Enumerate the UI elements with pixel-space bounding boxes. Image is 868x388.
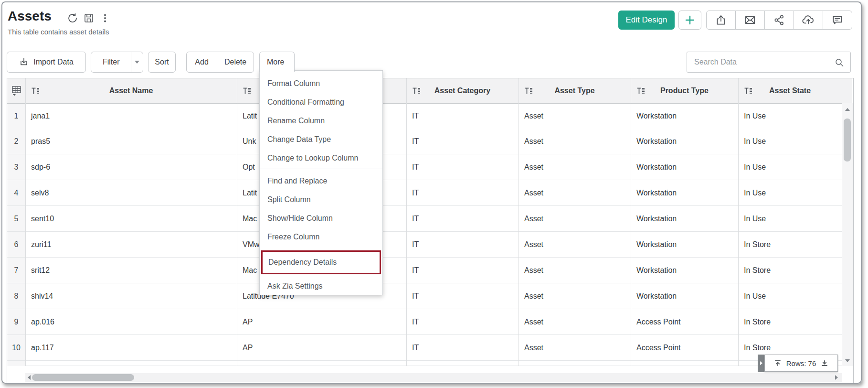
menu-item-ask-zia-settings[interactable]: Ask Zia Settings — [262, 277, 381, 295]
table-row[interactable]: 10 ap.117 AP IT Asset Access Point In St… — [7, 335, 842, 361]
column-header-asset-category[interactable]: Asset Category — [406, 78, 519, 103]
menu-item-format-column[interactable]: Format Column — [262, 74, 381, 93]
filter-dropdown-button[interactable] — [131, 52, 143, 72]
jump-to-top-icon[interactable] — [774, 359, 782, 367]
table-row[interactable]: 6 zuri11 VMw IT Asset Workstation In Sto… — [7, 232, 842, 258]
text-type-icon — [524, 87, 533, 95]
table-row[interactable]: 7 srit12 Mac IT Asset Workstation In Sto… — [7, 258, 842, 283]
table-row[interactable]: 5 sent10 Mac IT Asset Workstation In Use — [7, 206, 842, 232]
add-record-button[interactable] — [678, 11, 701, 30]
cell-asset-name: srit12 — [25, 258, 237, 283]
search-icon[interactable] — [834, 57, 845, 68]
menu-item-change-to-lookup-column[interactable]: Change to Lookup Column — [262, 149, 381, 167]
column-header-asset-state[interactable]: Asset State — [738, 78, 842, 103]
menu-item-split-column[interactable]: Split Column — [262, 190, 381, 209]
table-row[interactable]: 1 jana1 Latit IT Asset Workstation In Us… — [7, 103, 842, 129]
sort-button[interactable]: Sort — [148, 52, 176, 73]
comment-button[interactable] — [823, 11, 852, 29]
column-divider — [237, 78, 237, 366]
mail-button[interactable] — [736, 11, 765, 29]
scroll-down-icon[interactable] — [845, 359, 850, 362]
menu-item-find-and-replace[interactable]: Find and Replace — [262, 172, 381, 190]
row-number — [7, 361, 25, 366]
menu-item-freeze-column[interactable]: Freeze Column — [262, 227, 381, 246]
row-number[interactable]: 6 — [7, 232, 25, 257]
cell-asset-name: selv8 — [25, 180, 237, 205]
table-row[interactable]: 9 ap.016 AP IT Asset Access Point In Sto… — [7, 309, 842, 335]
text-type-icon — [412, 87, 421, 95]
column-header-label: Asset State — [769, 86, 811, 95]
text-type-icon — [636, 87, 645, 95]
vertical-scrollbar[interactable] — [842, 103, 853, 366]
column-header-asset-type[interactable]: Asset Type — [519, 78, 631, 103]
menu-item-change-data-type[interactable]: Change Data Type — [262, 130, 381, 149]
comment-icon — [831, 14, 844, 26]
cloud-upload-icon — [802, 13, 815, 27]
row-number[interactable]: 2 — [7, 129, 25, 154]
horizontal-scrollbar-thumb[interactable] — [32, 374, 134, 381]
cell-asset-name: sent10 — [25, 206, 237, 231]
menu-item-conditional-formatting[interactable]: Conditional Formatting — [262, 93, 381, 111]
cell-asset-state: In Store — [738, 309, 842, 334]
export-icon — [715, 14, 727, 26]
row-number[interactable]: 7 — [7, 258, 25, 283]
column-header-product-type[interactable]: Product Type — [631, 78, 738, 103]
save-icon[interactable] — [83, 12, 95, 24]
import-data-button[interactable]: Import Data — [7, 52, 86, 73]
kebab-menu-icon[interactable] — [99, 12, 111, 24]
filter-split-button: Filter — [91, 52, 143, 73]
cell-asset-state: In Use — [738, 180, 842, 205]
menu-item-rename-column[interactable]: Rename Column — [262, 111, 381, 130]
cell-product-type: Workstation — [631, 154, 738, 180]
row-number[interactable]: 10 — [7, 335, 25, 360]
row-number[interactable]: 9 — [7, 309, 25, 334]
cell-asset-type: Asset — [519, 232, 631, 257]
menu-item-show-hide-column[interactable]: Show/Hide Column — [262, 209, 381, 227]
row-number[interactable]: 4 — [7, 180, 25, 205]
menu-item-dependency-details-highlight[interactable]: Dependency Details — [261, 250, 381, 274]
cell-asset-category: IT — [406, 232, 519, 257]
jump-to-bottom-icon[interactable] — [821, 359, 828, 367]
menu-item-dependency-details[interactable]: Dependency Details — [263, 252, 380, 273]
column-header-asset-name[interactable]: Asset Name — [25, 78, 237, 103]
cell-asset-state: In Use — [738, 103, 842, 129]
cell-product-type: Access Point — [631, 335, 738, 360]
cell-product-type: Workstation — [631, 180, 738, 205]
table-row[interactable]: 8 shiv14 Latitude E7470 IT Asset Worksta… — [7, 283, 842, 309]
refresh-icon[interactable] — [67, 12, 78, 24]
vertical-scrollbar-thumb[interactable] — [844, 119, 851, 162]
cell-asset-type: Asset — [519, 258, 631, 283]
add-button[interactable]: Add — [187, 52, 217, 72]
scroll-right-icon[interactable] — [835, 375, 838, 380]
edit-design-button[interactable]: Edit Design — [618, 11, 675, 30]
cell-asset-type: Asset — [519, 129, 631, 154]
select-all-grid-icon[interactable] — [11, 86, 22, 97]
chevron-down-icon — [135, 61, 139, 64]
cloud-upload-button[interactable] — [794, 11, 823, 29]
column-divider — [631, 78, 631, 366]
cell-asset-type: Asset — [519, 154, 631, 180]
scroll-left-icon[interactable] — [28, 375, 31, 380]
cell-asset-state: In Use — [738, 129, 842, 154]
import-icon — [19, 57, 29, 67]
table-row[interactable]: 3 sdp-6 Opt IT Asset Workstation In Use — [7, 154, 842, 180]
table-row[interactable]: 2 pras5 Unk IT Asset Workstation In Use — [7, 129, 842, 154]
more-button[interactable]: More — [259, 52, 295, 72]
row-number[interactable]: 5 — [7, 206, 25, 231]
row-number[interactable]: 8 — [7, 283, 25, 309]
scroll-up-icon[interactable] — [845, 108, 850, 111]
delete-button[interactable]: Delete — [217, 52, 254, 72]
table-row[interactable]: 4 selv8 Latit IT Asset Workstation In Us… — [7, 180, 842, 206]
row-number[interactable]: 1 — [7, 103, 25, 129]
rows-widget-collapse-handle[interactable] — [758, 355, 764, 372]
add-label: Add — [195, 58, 208, 66]
row-number[interactable]: 3 — [7, 154, 25, 180]
search-input[interactable] — [693, 52, 834, 72]
cell-asset-category: IT — [406, 283, 519, 309]
export-button[interactable] — [707, 11, 736, 29]
share-button[interactable] — [765, 11, 794, 29]
table-header-row: Asset Name Asset Category — [7, 78, 852, 104]
horizontal-scrollbar[interactable] — [25, 373, 842, 382]
record-actions-group — [706, 11, 852, 30]
filter-button[interactable]: Filter — [91, 52, 131, 72]
